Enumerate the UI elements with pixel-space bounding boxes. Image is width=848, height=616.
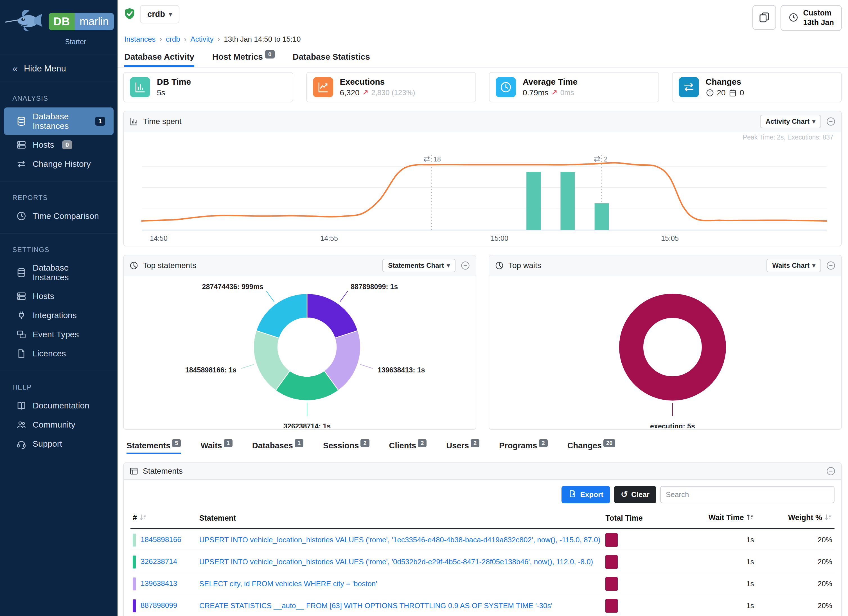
time-spent-title: Time spent bbox=[143, 117, 181, 126]
collapse-panel-icon[interactable] bbox=[826, 466, 836, 476]
detail-tab-databases[interactable]: Databases1 bbox=[252, 441, 303, 454]
wait-time-cell: 1s bbox=[649, 573, 756, 595]
export-label: Export bbox=[580, 490, 603, 499]
metric-card-average-time: Average Time0.79ms↗0ms bbox=[489, 72, 659, 102]
statement-id-link[interactable]: 326238714 bbox=[141, 557, 177, 566]
metric-title: DB Time bbox=[157, 77, 191, 87]
instance-selector[interactable]: crdb ▾ bbox=[140, 5, 179, 23]
sidebar-item-event-types[interactable]: Event Types bbox=[4, 325, 114, 344]
statement-link[interactable]: SELECT city, id FROM vehicles WHERE city… bbox=[199, 579, 377, 588]
metric-count: 20 bbox=[717, 88, 726, 97]
statement-id-link[interactable]: 1845898166 bbox=[141, 535, 181, 543]
logo-marlin: marlin bbox=[74, 13, 114, 30]
doc-icon bbox=[16, 349, 27, 359]
svg-text:287474436: 999ms: 287474436: 999ms bbox=[202, 283, 264, 291]
swap-icon bbox=[679, 77, 699, 97]
sidebar-item-integrations[interactable]: Integrations bbox=[4, 306, 114, 325]
time-range-button[interactable]: Custom 13th Jan bbox=[781, 5, 842, 31]
detail-tab-users[interactable]: Users2 bbox=[446, 441, 479, 454]
detail-tab-programs[interactable]: Programs2 bbox=[499, 441, 548, 454]
breadcrumb-separator: › bbox=[218, 35, 220, 44]
metric-main-value: 5s bbox=[157, 88, 165, 97]
tab-label: Clients bbox=[389, 441, 417, 450]
column-header-total-time[interactable]: Total Time bbox=[603, 508, 649, 529]
top-statements-title: Top statements bbox=[143, 261, 196, 270]
collapse-panel-icon[interactable] bbox=[826, 117, 836, 126]
plug-icon bbox=[16, 310, 27, 321]
sidebar-section-title: HELP bbox=[0, 374, 117, 396]
top-waits-chart[interactable]: executing: 5s bbox=[489, 276, 841, 429]
clock-icon bbox=[789, 12, 799, 23]
column-header-wait-time[interactable]: Wait Time bbox=[649, 508, 756, 529]
sidebar-item-database-instances[interactable]: Database Instances1 bbox=[4, 107, 114, 135]
waits-chart-select[interactable]: Waits Chart ▾ bbox=[766, 259, 821, 272]
count-badge: 5 bbox=[172, 439, 181, 447]
detail-tab-statements[interactable]: Statements5 bbox=[126, 441, 181, 454]
detail-tab-clients[interactable]: Clients2 bbox=[389, 441, 427, 454]
hide-menu-button[interactable]: « Hide Menu bbox=[0, 55, 117, 82]
top-statements-panel: Top statements Statements Chart ▾ 887898… bbox=[123, 255, 476, 430]
wait-time-cell: 1s bbox=[649, 529, 756, 551]
marlin-fish-icon bbox=[4, 7, 46, 36]
range-line2: 13th Jan bbox=[803, 18, 834, 28]
sidebar-item-change-history[interactable]: Change History bbox=[4, 155, 114, 173]
breadcrumb-link-instances[interactable]: Instances bbox=[124, 35, 156, 44]
detail-tab-waits[interactable]: Waits1 bbox=[200, 441, 232, 454]
search-input[interactable] bbox=[660, 486, 835, 503]
tab-label: Database Activity bbox=[124, 52, 194, 61]
detail-tab-changes[interactable]: Changes20 bbox=[568, 441, 615, 454]
clear-button[interactable]: ↺ Clear bbox=[614, 486, 656, 503]
hide-menu-label: Hide Menu bbox=[24, 64, 66, 74]
sidebar-item-support[interactable]: Support bbox=[4, 435, 114, 453]
sidebar-item-database-instances[interactable]: Database Instances bbox=[4, 259, 114, 286]
top-statements-chart[interactable]: 887898099: 1s139638413: 1s326238714: 1s1… bbox=[124, 276, 476, 429]
column-header-[interactable]: # bbox=[130, 508, 197, 529]
sidebar-item-label: Hosts bbox=[33, 291, 54, 301]
collapse-panel-icon[interactable] bbox=[826, 261, 836, 270]
sidebar-item-hosts[interactable]: Hosts bbox=[4, 287, 114, 306]
instance-name: crdb bbox=[147, 10, 165, 19]
tab-label: Host Metrics bbox=[212, 52, 263, 61]
swap-icon bbox=[16, 159, 27, 169]
sort-icon[interactable] bbox=[139, 513, 147, 523]
tab-database-statistics[interactable]: Database Statistics bbox=[293, 52, 370, 67]
statements-table: #StatementTotal TimeWait TimeWeight %184… bbox=[130, 508, 835, 616]
tab-host-metrics[interactable]: Host Metrics0 bbox=[212, 52, 275, 67]
statement-id-link[interactable]: 887898099 bbox=[141, 601, 177, 609]
list-icon bbox=[129, 467, 138, 476]
export-button[interactable]: Export bbox=[562, 486, 610, 503]
sort-icon[interactable] bbox=[824, 513, 832, 523]
detail-tab-sessions[interactable]: Sessions2 bbox=[323, 441, 369, 454]
metric-cards: DB Time5sExecutions6,320↗2,830 (123%)Ave… bbox=[123, 72, 842, 102]
statement-link[interactable]: UPSERT INTO vehicle_location_histories V… bbox=[199, 558, 593, 566]
collapse-panel-icon[interactable] bbox=[461, 261, 470, 270]
tab-database-activity[interactable]: Database Activity bbox=[124, 52, 194, 67]
sidebar-item-time-comparison[interactable]: Time Comparison bbox=[4, 207, 114, 225]
sort-icon[interactable] bbox=[746, 513, 754, 523]
statement-id-link[interactable]: 139638413 bbox=[141, 579, 177, 587]
statement-link[interactable]: CREATE STATISTICS __auto__ FROM [63] WIT… bbox=[199, 601, 553, 610]
breadcrumb-separator: › bbox=[159, 35, 162, 44]
svg-text:Peak Time: 2s, Executions: 837: Peak Time: 2s, Executions: 837 bbox=[743, 134, 833, 141]
time-spent-chart[interactable]: ⇄18⇄214:5014:5515:0015:05Peak Time: 2s, … bbox=[124, 132, 841, 246]
statement-link[interactable]: UPSERT INTO vehicle_location_histories V… bbox=[199, 536, 600, 544]
activity-chart-select[interactable]: Activity Chart ▾ bbox=[760, 115, 821, 128]
metric-card-executions: Executions6,320↗2,830 (123%) bbox=[306, 72, 476, 102]
sidebar-item-community[interactable]: Community bbox=[4, 416, 114, 434]
sidebar-item-label: Event Types bbox=[33, 330, 79, 339]
breadcrumb-link-crdb[interactable]: crdb bbox=[166, 35, 180, 44]
statements-chart-select[interactable]: Statements Chart ▾ bbox=[382, 259, 455, 272]
column-header-statement[interactable]: Statement bbox=[197, 508, 603, 529]
dbmarlin-logo: DB marlin bbox=[49, 13, 114, 30]
sidebar-item-label: Integrations bbox=[33, 310, 77, 320]
statements-panel: Statements bbox=[123, 462, 842, 616]
sidebar-item-hosts[interactable]: Hosts0 bbox=[4, 135, 114, 154]
column-header-weight[interactable]: Weight % bbox=[756, 508, 835, 529]
sidebar-item-documentation[interactable]: Documentation bbox=[4, 396, 114, 415]
time-spent-panel: Time spent Activity Chart ▾ ⇄18⇄214:5014… bbox=[123, 111, 842, 246]
sidebar-section-title: SETTINGS bbox=[0, 236, 117, 258]
copy-link-button[interactable] bbox=[752, 5, 776, 30]
breadcrumb-link-activity[interactable]: Activity bbox=[190, 35, 213, 44]
sidebar-item-licences[interactable]: Licences bbox=[4, 344, 114, 363]
trend-up-icon: ↗ bbox=[362, 88, 369, 97]
